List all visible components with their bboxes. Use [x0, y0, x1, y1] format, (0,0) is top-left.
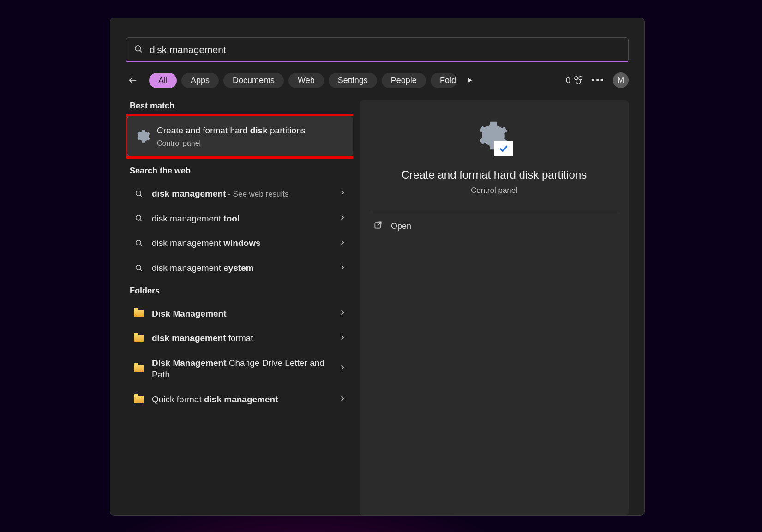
preview-icon: [475, 120, 513, 156]
chevron-right-icon: [339, 239, 346, 247]
svg-line-9: [140, 220, 142, 221]
web-result[interactable]: disk management - See web results: [126, 181, 353, 206]
preview-subtitle: Control panel: [471, 186, 517, 195]
svg-point-4: [575, 77, 578, 80]
best-match-heading: Best match: [126, 100, 353, 116]
scroll-right-button[interactable]: [463, 74, 476, 87]
folder-icon: [133, 310, 144, 317]
filter-row: All Apps Documents Web Settings People F…: [126, 72, 629, 88]
svg-marker-3: [468, 78, 472, 82]
svg-point-5: [579, 77, 582, 80]
search-icon: [133, 214, 144, 222]
chevron-right-icon: [339, 214, 346, 222]
folder-result[interactable]: Quick format disk management: [126, 387, 353, 412]
rewards-icon: [573, 75, 583, 85]
svg-line-7: [140, 195, 142, 197]
open-icon: [373, 221, 383, 232]
best-match-result[interactable]: Create and format hard disk partitions C…: [126, 116, 353, 156]
search-box[interactable]: [126, 37, 629, 62]
search-icon: [133, 190, 144, 198]
filter-settings[interactable]: Settings: [329, 73, 377, 88]
search-web-heading: Search the web: [126, 165, 353, 181]
search-panel: All Apps Documents Web Settings People F…: [110, 18, 645, 516]
web-result[interactable]: disk management tool: [126, 206, 353, 231]
folder-result[interactable]: Disk Management Change Drive Letter and …: [126, 351, 353, 387]
open-action[interactable]: Open: [370, 211, 618, 241]
account-avatar[interactable]: M: [613, 72, 629, 88]
svg-point-8: [136, 215, 141, 221]
back-button[interactable]: [126, 73, 140, 87]
folder-result[interactable]: disk management format: [126, 326, 353, 351]
folder-icon: [133, 396, 144, 403]
svg-point-6: [136, 191, 141, 196]
preview-title: Create and format hard disk partitions: [402, 168, 587, 181]
chevron-right-icon: [339, 309, 346, 317]
chevron-right-icon: [339, 334, 346, 342]
chevron-right-icon: [339, 365, 346, 373]
filter-web[interactable]: Web: [288, 73, 324, 88]
filter-apps[interactable]: Apps: [181, 73, 219, 88]
svg-point-0: [135, 46, 141, 51]
gear-icon: [137, 129, 150, 145]
folder-icon: [133, 335, 144, 342]
search-icon: [133, 239, 144, 247]
results-column: Best match Create and format hard disk p…: [126, 100, 353, 515]
search-input[interactable]: [150, 44, 621, 55]
web-result[interactable]: disk management system: [126, 256, 353, 281]
web-result[interactable]: disk management windows: [126, 231, 353, 256]
filter-documents[interactable]: Documents: [223, 73, 284, 88]
search-icon: [133, 264, 144, 272]
chevron-right-icon: [339, 190, 346, 198]
filter-all[interactable]: All: [149, 73, 177, 88]
svg-line-13: [140, 269, 142, 271]
folder-result[interactable]: Disk Management: [126, 301, 353, 326]
svg-line-1: [140, 50, 142, 52]
svg-point-12: [136, 265, 141, 270]
best-match-title: Create and format hard disk partitions: [157, 125, 346, 137]
rewards-indicator[interactable]: 0: [566, 75, 583, 85]
filter-folders-cut[interactable]: Fold: [431, 73, 457, 88]
filter-people[interactable]: People: [382, 73, 426, 88]
preview-pane: Create and format hard disk partitions C…: [360, 100, 629, 515]
svg-point-10: [136, 240, 141, 245]
search-icon: [134, 44, 143, 55]
chevron-right-icon: [339, 264, 346, 272]
more-menu-button[interactable]: •••: [592, 76, 605, 85]
rewards-count: 0: [566, 76, 570, 85]
best-match-subtitle: Control panel: [157, 139, 346, 148]
open-label: Open: [391, 221, 411, 231]
chevron-right-icon: [339, 395, 346, 404]
folder-icon: [133, 365, 144, 372]
checkmark-badge-icon: [494, 141, 513, 156]
folders-heading: Folders: [126, 285, 353, 301]
svg-line-11: [140, 245, 142, 246]
